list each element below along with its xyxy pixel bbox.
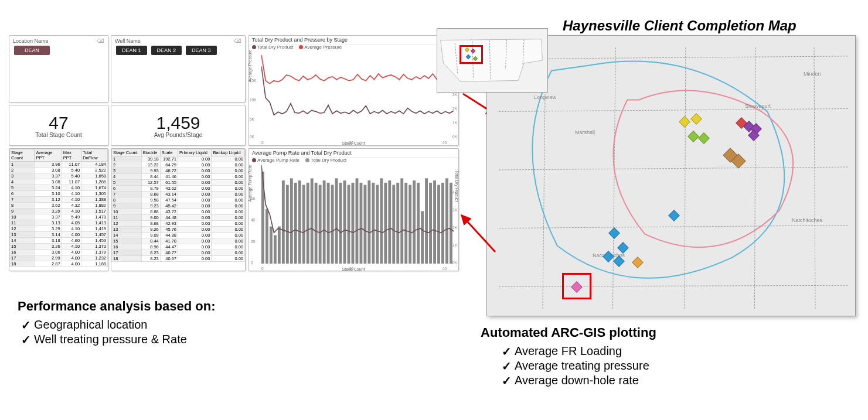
svg-rect-17: [331, 185, 334, 264]
svg-rect-26: [367, 180, 370, 264]
svg-rect-36: [409, 185, 411, 264]
kpi-stage-count: 47 Total Stage Count: [9, 105, 108, 146]
svg-rect-38: [417, 183, 420, 264]
gis-heading: Automated ARC-GIS plotting: [481, 325, 774, 340]
svg-rect-27: [372, 183, 375, 264]
svg-rect-43: [437, 185, 440, 264]
svg-rect-24: [359, 183, 362, 264]
chart-title: Total Dry Product and Pressure by Stage: [249, 36, 458, 45]
svg-rect-44: [441, 183, 444, 264]
svg-rect-9: [298, 180, 301, 264]
svg-rect-29: [380, 178, 383, 264]
svg-rect-40: [425, 178, 428, 264]
svg-rect-5: [282, 180, 285, 264]
svg-rect-8: [294, 183, 297, 264]
svg-rect-35: [404, 183, 407, 264]
svg-rect-46: [450, 183, 452, 264]
svg-rect-2: [270, 227, 273, 264]
svg-rect-6: [286, 185, 289, 264]
well-pill[interactable]: DEAN 2: [151, 46, 182, 55]
location-pill[interactable]: DEAN: [14, 46, 50, 55]
svg-rect-1: [265, 209, 268, 264]
svg-rect-23: [356, 178, 359, 264]
well-filter-card: Well Name⌫ DEAN 1DEAN 2DEAN 3: [111, 35, 246, 103]
svg-rect-28: [376, 185, 379, 264]
kpi-avg-pounds: 1,459 Avg Pounds/Stage: [111, 105, 246, 146]
svg-rect-34: [400, 178, 403, 264]
map-title: Haynesville Client Completion Map: [563, 18, 796, 34]
svg-rect-20: [343, 180, 346, 264]
svg-rect-37: [413, 180, 416, 264]
svg-rect-16: [327, 183, 330, 264]
svg-rect-12: [311, 178, 314, 264]
svg-rect-14: [319, 185, 322, 264]
right-text-block: Automated ARC-GIS plotting Average FR Lo…: [481, 325, 774, 388]
svg-rect-11: [307, 183, 309, 264]
dashboard: Location Name⌫ DEAN Well Name⌫ DEAN 1DEA…: [9, 35, 460, 275]
svg-rect-42: [433, 180, 436, 264]
svg-rect-18: [335, 178, 338, 264]
erase-icon[interactable]: ⌫: [234, 38, 241, 44]
svg-rect-3: [274, 235, 277, 264]
chart-title: Average Pump Rate and Total Dry Product: [249, 149, 458, 158]
svg-rect-32: [392, 185, 395, 264]
perf-heading: Performance analysis based on:: [18, 299, 311, 314]
location-filter-card: Location Name⌫ DEAN: [9, 35, 108, 103]
svg-rect-4: [278, 227, 281, 264]
minimap: [437, 28, 548, 93]
chart-pump-rate: Average Pump Rate and Total Dry Product …: [248, 148, 459, 271]
svg-rect-15: [323, 180, 326, 264]
svg-rect-39: [421, 211, 424, 264]
erase-icon[interactable]: ⌫: [97, 38, 104, 44]
svg-rect-13: [315, 183, 318, 264]
svg-rect-33: [396, 183, 399, 264]
well-pill[interactable]: DEAN 3: [186, 46, 217, 55]
svg-rect-21: [348, 185, 350, 264]
svg-rect-30: [384, 183, 387, 264]
svg-rect-10: [302, 185, 305, 264]
table-chem: Stage CountBiocideScalePrimary LiquidBac…: [111, 148, 246, 271]
svg-rect-31: [388, 180, 391, 264]
table-ppt: Stage CountAverage PPTMax PPTTotal DnFlo…: [9, 148, 108, 271]
location-filter-label: Location Name: [13, 38, 49, 44]
svg-rect-45: [445, 178, 448, 264]
svg-rect-41: [429, 183, 432, 264]
well-pill[interactable]: DEAN 1: [116, 46, 147, 55]
left-text-block: Performance analysis based on: Geographi…: [18, 299, 311, 347]
svg-rect-25: [363, 185, 366, 264]
chart-pressure: Total Dry Product and Pressure by Stage …: [248, 35, 459, 146]
well-filter-label: Well Name: [115, 38, 141, 44]
svg-rect-22: [352, 183, 355, 264]
svg-rect-19: [339, 183, 342, 264]
svg-rect-7: [290, 178, 293, 264]
